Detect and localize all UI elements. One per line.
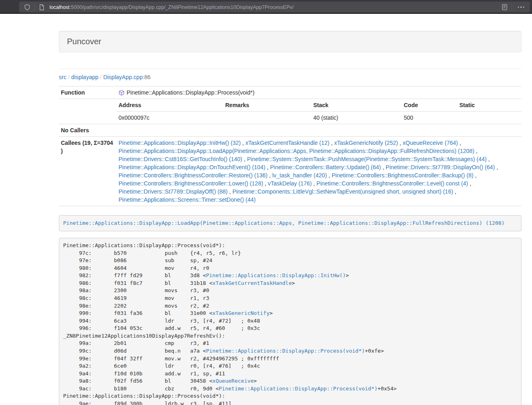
symbol-link[interactable]: Pinetime::Applications::DisplayApp::Proc…: [206, 348, 365, 354]
callee-separator: ,: [228, 188, 233, 195]
callee-separator: ,: [265, 164, 270, 170]
callee-link[interactable]: xQueueReceive (764): [403, 140, 458, 146]
breadcrumb-line-number: :86: [143, 74, 151, 80]
callees-label: Callees (19, Σ=3704 ): [59, 137, 116, 206]
symbol-link[interactable]: xTaskGenericNotify: [212, 310, 269, 316]
symbol-table: Function Pinetime::Applications::Display…: [59, 86, 521, 206]
callee-link[interactable]: Pinetime::Drivers::St7789::DisplayOn() (…: [386, 164, 495, 170]
address-table: Address Remarks Stack Code Static 0x0000…: [116, 99, 521, 124]
col-stack: Stack: [311, 99, 402, 112]
remarks-value: [223, 112, 311, 124]
col-code: Code: [402, 99, 457, 112]
breadcrumb-separator: /: [67, 74, 71, 80]
divider: [59, 69, 521, 69]
urlbar-divider: [34, 4, 35, 11]
callee-link[interactable]: Pinetime::Components::LittleVgl::SetNewT…: [233, 188, 453, 195]
callee-link[interactable]: Pinetime::Controllers::BrightnessControl…: [332, 172, 473, 179]
function-label: Function: [59, 86, 116, 99]
address-table-row: Address Remarks Stack Code Static 0x0000…: [59, 99, 521, 124]
address-table-label: [59, 99, 116, 124]
disassembly-code: Pinetime::Applications::DisplayApp::Proc…: [59, 238, 521, 405]
address-table-cell: Address Remarks Stack Code Static 0x0000…: [116, 99, 521, 124]
code-size-value: 500: [402, 112, 457, 124]
callee-separator: ,: [474, 148, 478, 154]
callee-link[interactable]: vTaskDelay (176): [268, 180, 312, 187]
callees-list: Pinetime::Applications::DisplayApp::Init…: [116, 137, 521, 206]
breadcrumb-separator: /: [99, 74, 103, 80]
callers-label: No Callers: [59, 124, 116, 137]
callee-separator: ,: [381, 164, 386, 170]
callee-link[interactable]: Pinetime::Applications::DisplayApp::OnTo…: [118, 164, 265, 170]
callee-separator: ,: [263, 180, 268, 187]
function-name-cell: Pinetime::Applications::DisplayApp::Proc…: [116, 86, 521, 99]
callee-separator: ,: [458, 140, 461, 146]
callee-link[interactable]: Pinetime::Controllers::BrightnessControl…: [118, 172, 267, 179]
callee-separator: ,: [327, 172, 332, 179]
breadcrumb-link[interactable]: DisplayApp.cpp: [103, 74, 142, 80]
page-container: Puncover src/displayapp/DisplayApp.cpp:8…: [59, 31, 521, 405]
callers-cell: [116, 124, 521, 137]
callees-row: Callees (19, Σ=3704 ) Pinetime::Applicat…: [59, 137, 521, 206]
address-value: 0x0000097c: [116, 112, 223, 124]
function-row: Function Pinetime::Applications::Display…: [59, 86, 521, 99]
callee-separator: ,: [267, 172, 272, 179]
callee-separator: ,: [241, 140, 246, 146]
callee-separator: ,: [468, 180, 471, 187]
callee-link[interactable]: Pinetime::Applications::DisplayApp::Load…: [118, 148, 474, 154]
callee-link[interactable]: Pinetime::Controllers::Battery::Update()…: [270, 164, 381, 170]
callee-separator: ,: [487, 156, 490, 162]
callers-row: No Callers: [59, 124, 521, 137]
symbol-link[interactable]: xTaskGetCurrentTaskHandle: [212, 280, 292, 286]
url-host: localhost: [50, 4, 69, 10]
callee-separator: ,: [330, 140, 334, 146]
app-header-panel: Puncover: [59, 31, 521, 52]
static-value: [457, 112, 521, 124]
callee-link[interactable]: xTaskGenericNotify (252): [334, 140, 398, 146]
page-info-icon[interactable]: [39, 4, 45, 11]
address-bar[interactable]: localhost:5000/path/src/displayapp/Displ…: [19, 2, 530, 13]
symbol-link[interactable]: Pinetime::Applications::DisplayApp::Proc…: [219, 386, 377, 392]
callee-link[interactable]: Pinetime::System::SystemTask::PushMessag…: [247, 156, 487, 162]
url-path: :5000/path/src/displayapp/DisplayApp.cpp…: [69, 4, 293, 10]
breadcrumb: src/displayapp/DisplayApp.cpp:86: [59, 73, 521, 81]
breadcrumb-link[interactable]: displayapp: [71, 74, 99, 80]
symbol-link[interactable]: Pinetime::Applications::DisplayApp::Init…: [206, 272, 346, 278]
largest-callee-snippet: Pinetime::Applications::DisplayApp::Load…: [59, 215, 521, 231]
urlbar-right-divider: [512, 4, 512, 11]
callee-link[interactable]: lv_task_handler (420): [272, 172, 327, 179]
col-static: Static: [457, 99, 521, 112]
symbol-link[interactable]: xQueueReceive: [212, 378, 254, 384]
callee-separator: ,: [312, 180, 317, 187]
address-header-row: Address Remarks Stack Code Static: [116, 99, 521, 112]
page-actions-icon[interactable]: [516, 6, 526, 8]
symbol-cube-icon: [118, 90, 125, 96]
callee-link[interactable]: Pinetime::Controllers::BrightnessControl…: [118, 180, 263, 187]
callee-link[interactable]: Pinetime::Applications::Screens::Timer::…: [118, 196, 256, 203]
page-title: Puncover: [67, 36, 513, 47]
callee-separator: ,: [242, 156, 247, 162]
reader-mode-icon[interactable]: [502, 4, 508, 11]
stack-value: 40 (static): [311, 112, 402, 124]
address-data-row: 0x0000097c 40 (static) 500: [116, 112, 521, 124]
callee-separator: ,: [495, 164, 498, 170]
url-text: localhost:5000/path/src/displayapp/Displ…: [50, 4, 502, 10]
browser-toolbar: localhost:5000/path/src/displayapp/Displ…: [0, 0, 532, 14]
col-remarks: Remarks: [223, 99, 311, 112]
col-address: Address: [116, 99, 223, 112]
breadcrumb-link[interactable]: src: [59, 74, 67, 80]
callee-separator: ,: [474, 172, 477, 179]
callee-link[interactable]: Pinetime::Drivers::St7789::DisplayOff() …: [118, 188, 228, 195]
callee-separator: ,: [453, 188, 457, 195]
callee-link[interactable]: xTaskGetCurrentTaskHandle (12): [246, 140, 330, 146]
function-name: Pinetime::Applications::DisplayApp::Proc…: [127, 89, 254, 96]
largest-callee-link[interactable]: Pinetime::Applications::DisplayApp::Load…: [63, 220, 505, 226]
callee-link[interactable]: Pinetime::Controllers::BrightnessControl…: [317, 180, 468, 187]
callee-link[interactable]: Pinetime::Drivers::Cst816S::GetTouchInfo…: [118, 156, 242, 162]
callee-link[interactable]: Pinetime::Applications::DisplayApp::Init…: [118, 140, 241, 146]
tracking-shield-icon[interactable]: [24, 4, 30, 11]
callee-separator: ,: [398, 140, 403, 146]
